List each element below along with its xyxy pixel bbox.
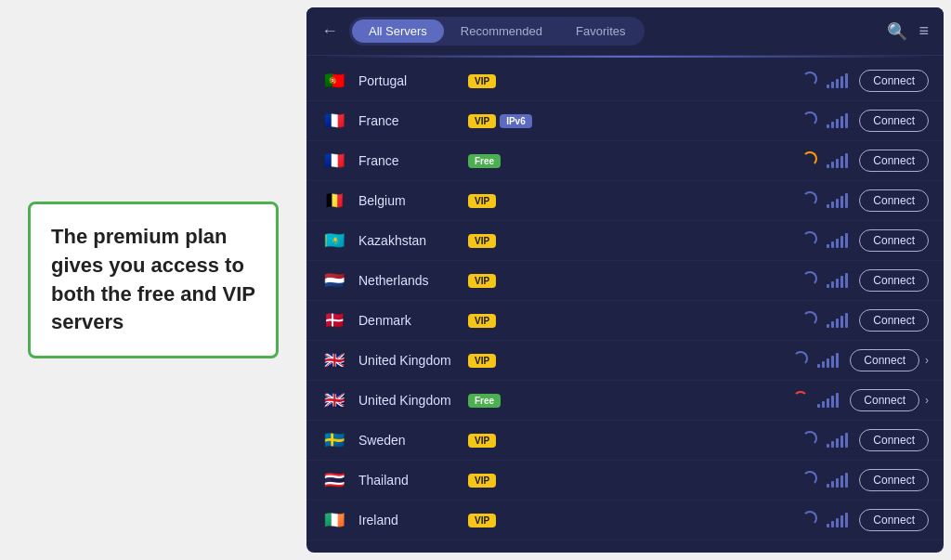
menu-icon[interactable]: ≡ (918, 21, 929, 41)
server-country-name: Sweden (358, 433, 461, 448)
signal-bars (827, 193, 848, 208)
server-row[interactable]: 🇫🇷FranceFreeConnect (306, 141, 944, 181)
flag-icon: 🇧🇪 (321, 191, 347, 210)
signal-bars (827, 513, 848, 527)
flag-icon: 🇫🇷 (321, 151, 347, 170)
app-header: ← All Servers Recommended Favorites 🔍 ≡ (306, 7, 944, 56)
badge-vip: VIP (468, 434, 496, 448)
left-panel: The premium plan gives you access to bot… (0, 0, 306, 560)
badge-vip: VIP (468, 234, 496, 248)
expand-chevron-icon[interactable]: › (925, 394, 929, 407)
connect-button[interactable]: Connect (859, 189, 929, 212)
status-spinner (802, 311, 817, 330)
signal-bars (817, 353, 839, 368)
badge-vip: VIP (468, 114, 496, 128)
badge-free: Free (468, 394, 501, 408)
connect-button[interactable]: Connect (859, 509, 929, 531)
server-country-name: Belgium (358, 193, 461, 208)
search-icon[interactable]: 🔍 (887, 21, 907, 42)
signal-bars (827, 273, 848, 288)
status-spinner (802, 231, 817, 250)
connect-button[interactable]: Connect (859, 269, 929, 292)
connect-button[interactable]: Connect (859, 309, 929, 332)
tab-all-servers[interactable]: All Servers (352, 20, 444, 43)
badge-vip: VIP (468, 354, 496, 368)
status-spinner (802, 271, 817, 290)
promo-box: The premium plan gives you access to bot… (28, 202, 279, 358)
signal-bars (817, 393, 839, 408)
server-country-name: United Kingdom (358, 393, 461, 408)
connect-button[interactable]: Connect (859, 469, 929, 491)
flag-icon: 🇰🇿 (321, 231, 347, 250)
server-row[interactable]: 🇵🇹PortugalVIPConnect (306, 61, 944, 101)
connect-button[interactable]: Connect (859, 70, 929, 92)
tab-favorites[interactable]: Favorites (559, 20, 642, 43)
server-country-name: France (358, 153, 461, 168)
server-country-name: Portugal (358, 73, 461, 88)
server-row[interactable]: 🇬🇧United KingdomVIPConnect› (306, 341, 944, 381)
server-row[interactable]: 🇩🇰DenmarkVIPConnect (306, 301, 944, 341)
server-row[interactable]: 🇫🇷FranceVIPIPv6Connect (306, 101, 944, 141)
signal-bars (827, 73, 848, 88)
promo-text: The premium plan gives you access to bot… (51, 223, 255, 337)
server-row[interactable]: 🇬🇧United KingdomFreeConnect› (306, 381, 944, 421)
server-country-name: Thailand (358, 473, 461, 488)
connect-button[interactable]: Connect (850, 349, 919, 371)
flag-icon: 🇵🇹 (321, 72, 347, 90)
flag-icon: 🇬🇧 (321, 391, 347, 410)
flag-icon: 🇳🇱 (321, 271, 347, 290)
back-button[interactable]: ← (321, 21, 338, 41)
badge-free: Free (468, 154, 501, 168)
flag-icon: 🇫🇷 (321, 111, 347, 130)
status-spinner (802, 72, 817, 90)
server-row[interactable]: 🇳🇱NetherlandsVIPConnect (306, 261, 944, 301)
server-row[interactable]: 🇰🇿KazakhstanVIPConnect (306, 221, 944, 261)
connect-button[interactable]: Connect (859, 229, 929, 252)
signal-bars (827, 233, 848, 248)
status-spinner (802, 111, 817, 130)
server-country-name: Ireland (358, 513, 461, 527)
flag-icon: 🇮🇪 (321, 511, 347, 529)
flag-icon: 🇹🇭 (321, 471, 347, 489)
flag-icon: 🇬🇧 (321, 351, 347, 370)
server-row[interactable]: 🇧🇪BelgiumVIPConnect (306, 181, 944, 221)
connect-button[interactable]: Connect (859, 150, 929, 172)
server-list: 🇵🇹PortugalVIPConnect🇫🇷FranceVIPIPv6Conne… (306, 58, 944, 553)
status-spinner (802, 431, 817, 449)
connect-button[interactable]: Connect (850, 389, 919, 411)
status-spinner (802, 471, 817, 489)
connect-button[interactable]: Connect (859, 429, 929, 451)
signal-bars (827, 473, 848, 488)
connect-button[interactable]: Connect (859, 110, 929, 132)
server-country-name: Netherlands (358, 273, 461, 288)
server-row[interactable]: 🇮🇪IrelandVIPConnect (306, 501, 944, 540)
status-spinner (793, 351, 808, 370)
status-spinner (802, 511, 817, 529)
status-spinner (793, 391, 808, 410)
signal-bars (827, 113, 848, 128)
badge-vip: VIP (468, 274, 496, 288)
badge-vip: VIP (468, 314, 496, 328)
expand-chevron-icon[interactable]: › (925, 354, 929, 367)
badge-ipv6: IPv6 (500, 114, 532, 128)
server-country-name: Kazakhstan (358, 233, 461, 248)
header-icons: 🔍 ≡ (887, 21, 929, 42)
flag-icon: 🇸🇪 (321, 431, 347, 449)
server-country-name: France (358, 113, 461, 128)
signal-bars (827, 153, 848, 168)
server-row[interactable]: 🇹🇭ThailandVIPConnect (306, 461, 944, 501)
flag-icon: 🇩🇰 (321, 311, 347, 330)
signal-bars (827, 313, 848, 328)
server-country-name: United Kingdom (358, 353, 461, 368)
vpn-app: ← All Servers Recommended Favorites 🔍 ≡ … (306, 7, 944, 553)
badge-vip: VIP (468, 194, 496, 208)
status-spinner (802, 151, 817, 170)
status-spinner (802, 191, 817, 210)
server-row[interactable]: 🇸🇪SwedenVIPConnect (306, 421, 944, 461)
signal-bars (827, 433, 848, 448)
tab-group: All Servers Recommended Favorites (349, 17, 645, 46)
badge-vip: VIP (468, 514, 496, 527)
badge-vip: VIP (468, 74, 496, 88)
badge-vip: VIP (468, 474, 496, 488)
tab-recommended[interactable]: Recommended (444, 20, 559, 43)
